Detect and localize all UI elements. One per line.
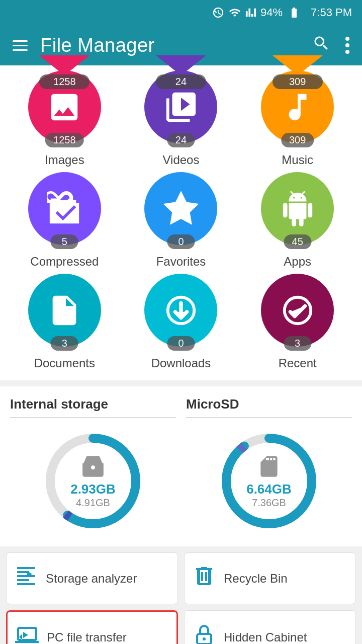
action-label-hidden-cabinet: Hidden Cabinet [224, 630, 307, 645]
status-icons: 94% [212, 6, 302, 19]
category-item-documents[interactable]: 3 Documents [8, 274, 122, 370]
internal-used: 2.93GB [70, 481, 116, 497]
badge-music: 309 [281, 133, 314, 147]
action-label-storage-analyzer: Storage analyzer [46, 572, 137, 586]
sd-icon [256, 454, 282, 479]
label-images: Images [45, 153, 84, 167]
svg-marker-0 [166, 194, 196, 221]
battery-icon [287, 7, 302, 19]
more-button[interactable] [343, 34, 352, 56]
wifi-icon [228, 7, 241, 19]
label-music: Music [282, 153, 313, 167]
hdd-icon [80, 454, 106, 479]
action-btn-storage-analyzer[interactable]: Storage analyzer [6, 552, 178, 604]
microsd-total: 7.36GB [246, 497, 292, 509]
circle-container-recent: 3 [261, 274, 334, 347]
badge-videos: 24 [167, 133, 195, 147]
action-icon-storage-analyzer [14, 564, 38, 593]
badge-downloads: 0 [167, 336, 195, 351]
label-downloads: Downloads [151, 356, 211, 370]
category-item-downloads[interactable]: 0 Downloads [124, 274, 238, 370]
action-icon-hidden-cabinet [192, 623, 216, 644]
badge-recent: 3 [284, 336, 311, 351]
category-item-music[interactable]: 309 309 Music [240, 70, 354, 167]
action-icon-pc-file-transfer [15, 623, 39, 644]
action-btn-hidden-cabinet[interactable]: Hidden Cabinet [184, 610, 356, 644]
badge-images: 1258 [45, 133, 84, 147]
action-label-pc-file-transfer: PC file transfer [47, 630, 127, 645]
category-item-compressed[interactable]: 5 Compressed [8, 172, 122, 269]
circle-container-downloads: 0 [144, 274, 217, 347]
internal-storage-title: Internal storage [10, 396, 176, 418]
alarm-icon [212, 7, 224, 19]
label-favorites: Favorites [156, 255, 206, 269]
category-item-videos[interactable]: 24 24 Videos [124, 70, 238, 167]
action-btn-recycle-bin[interactable]: Recycle Bin [184, 552, 356, 604]
internal-donut-container: 2.93GB 4.91GB [10, 428, 176, 534]
storage-section: Internal storage 2.93GB 4.91GB [0, 386, 362, 546]
app-title: File Manager [40, 35, 300, 56]
circle-container-images: 1258 1258 [28, 70, 101, 143]
circle-container-apps: 45 [261, 172, 334, 245]
label-recent: Recent [279, 356, 317, 370]
label-apps: Apps [284, 255, 311, 269]
circle-container-compressed: 5 [28, 172, 101, 245]
svg-point-10 [203, 637, 206, 640]
badge-favorites: 0 [167, 234, 195, 249]
category-item-favorites[interactable]: 0 Favorites [124, 172, 238, 269]
action-label-recycle-bin: Recycle Bin [224, 572, 288, 586]
menu-button[interactable] [10, 38, 30, 53]
internal-total: 4.91GB [70, 497, 116, 509]
badge-compressed: 5 [51, 234, 78, 249]
category-item-recent[interactable]: 3 Recent [240, 274, 354, 370]
label-videos: Videos [163, 153, 200, 167]
label-documents: Documents [34, 356, 95, 370]
storage-row: Internal storage 2.93GB 4.91GB [10, 396, 352, 534]
signal-icon [245, 7, 256, 19]
circle-container-videos: 24 24 [144, 70, 217, 143]
internal-donut-info: 2.93GB 4.91GB [70, 454, 116, 509]
microsd-title: MicroSD [186, 396, 352, 418]
circle-container-music: 309 309 [261, 70, 334, 143]
microsd-donut-info: 6.64GB 7.36GB [246, 454, 292, 509]
circle-container-documents: 3 [28, 274, 101, 347]
microsd-panel: MicroSD 6.64GB 7.36GB [186, 396, 352, 534]
category-item-apps[interactable]: 45 Apps [240, 172, 354, 269]
battery-percent: 94% [260, 6, 283, 19]
action-buttons-grid: Storage analyzer Recycle Bin PC file tra… [0, 552, 362, 644]
badge-apps: 45 [284, 234, 311, 249]
label-compressed: Compressed [30, 255, 99, 269]
circle-container-favorites: 0 [144, 172, 217, 245]
action-icon-recycle-bin [192, 564, 216, 593]
category-item-images[interactable]: 1258 1258 Images [8, 70, 122, 167]
internal-storage-panel: Internal storage 2.93GB 4.91GB [10, 396, 176, 534]
status-bar: 94% 7:53 PM [0, 0, 362, 25]
status-time: 7:53 PM [311, 6, 352, 19]
search-button[interactable] [310, 32, 333, 59]
action-btn-pc-file-transfer[interactable]: PC file transfer [6, 610, 178, 644]
microsd-used: 6.64GB [246, 481, 292, 497]
category-grid: 1258 1258 Images 24 24 Videos [0, 65, 362, 380]
badge-documents: 3 [51, 336, 78, 351]
microsd-donut-container: 6.64GB 7.36GB [186, 428, 352, 534]
